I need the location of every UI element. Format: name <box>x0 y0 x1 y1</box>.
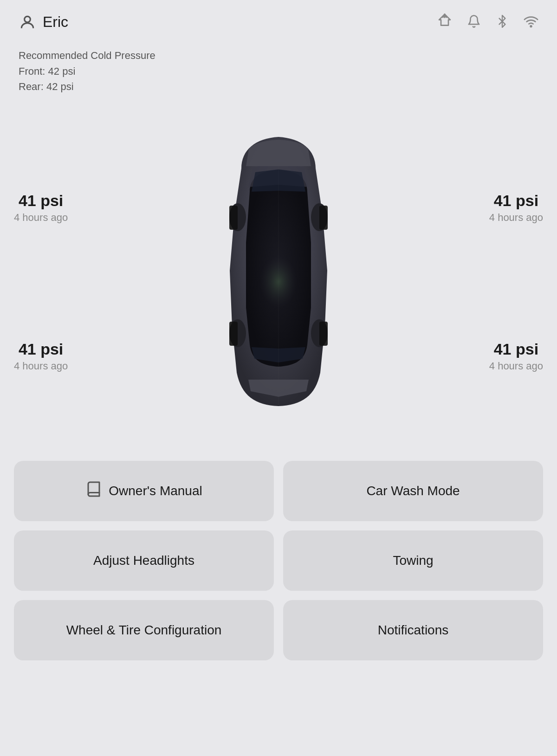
towing-button[interactable]: Towing <box>283 530 543 591</box>
pressure-title: Recommended Cold Pressure <box>19 50 538 62</box>
notification-bell-icon[interactable] <box>467 14 481 30</box>
action-buttons-grid: Owner's Manual Car Wash Mode Adjust Head… <box>0 452 557 674</box>
tire-front-left: 41 psi 4 hours ago <box>14 192 68 224</box>
tire-rear-right-psi: 41 psi <box>489 340 543 358</box>
svg-point-1 <box>531 26 532 27</box>
user-avatar-icon <box>19 13 36 31</box>
tire-pressure-info: Recommended Cold Pressure Front: 42 psi … <box>0 40 557 99</box>
svg-rect-9 <box>229 322 238 346</box>
tire-front-right-psi: 41 psi <box>489 192 543 210</box>
home-icon[interactable] <box>437 13 452 31</box>
tire-front-right-time: 4 hours ago <box>489 212 543 224</box>
tire-front-left-psi: 41 psi <box>14 192 68 210</box>
car-wash-label: Car Wash Mode <box>366 484 460 498</box>
owners-manual-button[interactable]: Owner's Manual <box>14 461 274 521</box>
tire-front-right: 41 psi 4 hours ago <box>489 192 543 224</box>
tire-rear-right-time: 4 hours ago <box>489 360 543 372</box>
wheel-tire-button[interactable]: Wheel & Tire Configuration <box>14 600 274 660</box>
adjust-headlights-label: Adjust Headlights <box>93 553 194 568</box>
front-pressure: Front: 42 psi <box>19 64 538 79</box>
svg-rect-8 <box>319 206 328 230</box>
tire-rear-right: 41 psi 4 hours ago <box>489 340 543 372</box>
svg-point-0 <box>25 16 31 22</box>
car-diagram-area: 41 psi 4 hours ago 41 psi 4 hours ago <box>0 99 557 452</box>
tire-rear-left: 41 psi 4 hours ago <box>14 340 68 372</box>
user-name: Eric <box>43 13 68 31</box>
wifi-icon[interactable] <box>524 14 538 31</box>
book-icon <box>85 481 102 501</box>
header: Eric <box>0 0 557 40</box>
notifications-label: Notifications <box>378 623 449 638</box>
towing-label: Towing <box>393 553 433 568</box>
car-image <box>200 131 357 419</box>
header-icons <box>437 13 538 31</box>
header-left: Eric <box>19 13 68 31</box>
svg-rect-7 <box>229 206 238 230</box>
rear-pressure: Rear: 42 psi <box>19 79 538 94</box>
tire-rear-left-time: 4 hours ago <box>14 360 68 372</box>
notifications-button[interactable]: Notifications <box>283 600 543 660</box>
wheel-tire-label: Wheel & Tire Configuration <box>66 623 222 638</box>
owners-manual-label: Owner's Manual <box>109 484 202 498</box>
tire-front-left-time: 4 hours ago <box>14 212 68 224</box>
tire-rear-left-psi: 41 psi <box>14 340 68 358</box>
car-wash-mode-button[interactable]: Car Wash Mode <box>283 461 543 521</box>
adjust-headlights-button[interactable]: Adjust Headlights <box>14 530 274 591</box>
bluetooth-icon[interactable] <box>496 15 509 30</box>
svg-rect-10 <box>319 322 328 346</box>
